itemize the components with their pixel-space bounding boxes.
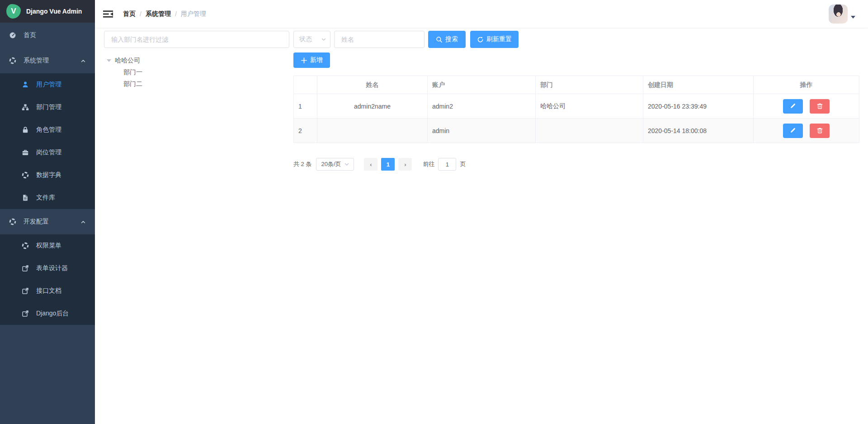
sidebar-item-api-docs[interactable]: 接口文档: [0, 280, 95, 302]
top-navbar: 首页 / 系统管理 / 用户管理: [95, 0, 868, 28]
delete-button[interactable]: [810, 99, 830, 114]
sidebar-item-posts[interactable]: 岗位管理: [0, 141, 95, 164]
dept-filter-input[interactable]: [104, 31, 289, 48]
app-root: V Django Vue Admin 首页 系统管理 用户管理 部门: [0, 0, 868, 424]
next-page-button[interactable]: ›: [398, 158, 412, 171]
status-select[interactable]: 状态: [293, 31, 330, 48]
sidebar-item-dictionary[interactable]: 数据字典: [0, 164, 95, 186]
pagination: 共 2 条 20条/页 ‹ 1 › 前往 页: [293, 158, 859, 171]
users-table: 姓名 账户 部门 创建日期 操作 1 admin2name admin2 哈哈公: [293, 76, 859, 143]
sidebar-item-label: 用户管理: [36, 81, 61, 89]
sidebar-item-label: 接口文档: [36, 287, 61, 295]
sidebar-item-label: 表单设计器: [36, 264, 68, 272]
caret-down-icon[interactable]: [851, 16, 855, 19]
edit-button[interactable]: [783, 124, 803, 138]
sidebar: V Django Vue Admin 首页 系统管理 用户管理 部门: [0, 0, 95, 424]
edit-pencil-icon: [789, 103, 796, 110]
tree-node-child[interactable]: 部门一: [104, 67, 289, 78]
user-panel: 状态 搜索 刷新重置 新增: [293, 31, 859, 171]
tree-node-label: 哈哈公司: [115, 57, 140, 65]
app-title: Django Vue Admin: [26, 8, 82, 15]
col-header-department: 部门: [536, 76, 643, 94]
cell-department: 哈哈公司: [536, 94, 643, 119]
tree-node-root[interactable]: 哈哈公司: [104, 55, 289, 67]
navbar-right: [829, 5, 855, 24]
component-icon: [22, 242, 29, 249]
pagination-total: 共 2 条: [293, 160, 311, 168]
sidebar-menu: 首页 系统管理 用户管理 部门管理 角色管理: [0, 23, 95, 424]
cell-index: 2: [294, 119, 317, 143]
sidebar-item-django-admin[interactable]: Django后台: [0, 302, 95, 325]
add-button[interactable]: 新增: [293, 52, 330, 68]
cell-account: admin2: [428, 94, 536, 119]
plus-icon: [301, 57, 307, 64]
user-icon: [22, 81, 29, 88]
cell-index: 1: [294, 94, 317, 119]
delete-button[interactable]: [810, 124, 830, 138]
filter-row: 状态 搜索 刷新重置: [293, 31, 859, 48]
search-button[interactable]: 搜索: [428, 31, 466, 48]
tree-node-label: 部门一: [123, 68, 142, 76]
tree-node-child[interactable]: 部门二: [104, 78, 289, 90]
submenu-devconfig: 权限菜单 表单设计器 接口文档 Django后台: [0, 234, 95, 325]
col-header-name: 姓名: [317, 76, 428, 94]
component-icon: [9, 57, 16, 64]
goto-label: 前往: [423, 160, 434, 168]
col-header-created: 创建日期: [643, 76, 754, 94]
tree-node-label: 部门二: [123, 80, 142, 88]
breadcrumb-item-home[interactable]: 首页: [123, 10, 136, 18]
goto-page-input[interactable]: [438, 158, 456, 171]
breadcrumb-separator: /: [175, 10, 177, 18]
trash-icon: [816, 103, 823, 110]
avatar[interactable]: [829, 5, 848, 24]
sidebar-item-label: 首页: [24, 31, 36, 39]
component-icon: [9, 218, 16, 225]
breadcrumb-item-current: 用户管理: [181, 10, 206, 18]
sidebar-item-home[interactable]: 首页: [0, 23, 95, 48]
page-size-select[interactable]: 20条/页: [316, 158, 354, 171]
lock-icon: [22, 126, 29, 133]
cell-actions: [754, 94, 859, 119]
tree-expand-caret-icon[interactable]: [107, 59, 111, 62]
col-header-actions: 操作: [754, 76, 859, 94]
external-link-icon: [22, 287, 29, 295]
component-icon: [22, 172, 29, 179]
edit-pencil-icon: [789, 127, 796, 134]
sidebar-item-departments[interactable]: 部门管理: [0, 96, 95, 119]
logo-link[interactable]: V Django Vue Admin: [0, 0, 95, 23]
refresh-reset-button[interactable]: 刷新重置: [470, 31, 519, 48]
page-number-button[interactable]: 1: [381, 158, 395, 171]
page-content: 哈哈公司 部门一 部门二 状态: [95, 28, 868, 424]
page-unit-label: 页: [460, 160, 466, 168]
sidebar-item-label: Django后台: [36, 310, 69, 318]
breadcrumb-item-system[interactable]: 系统管理: [146, 10, 171, 18]
sidebar-item-devconfig[interactable]: 开发配置: [0, 209, 95, 234]
file-icon: [22, 194, 29, 201]
sidebar-item-files[interactable]: 文件库: [0, 186, 95, 209]
sidebar-item-label: 权限菜单: [36, 242, 61, 250]
col-header-account: 账户: [428, 76, 536, 94]
breadcrumb-separator: /: [140, 10, 142, 18]
edit-button[interactable]: [783, 99, 803, 114]
chevron-down-icon: [321, 37, 326, 42]
name-filter-input[interactable]: [334, 31, 425, 48]
sidebar-item-form-designer[interactable]: 表单设计器: [0, 257, 95, 280]
sitemap-icon: [22, 104, 29, 111]
sidebar-item-roles[interactable]: 角色管理: [0, 119, 95, 141]
col-header-index: [294, 76, 317, 94]
refresh-icon: [477, 36, 484, 43]
hamburger-icon[interactable]: [103, 9, 113, 19]
table-row: 2 admin 2020-05-14 18:00:08: [294, 119, 859, 143]
prev-page-button[interactable]: ‹: [364, 158, 377, 171]
breadcrumb: 首页 / 系统管理 / 用户管理: [123, 10, 206, 18]
app-logo-icon: V: [6, 4, 21, 19]
cell-name: [317, 119, 428, 143]
department-tree: 哈哈公司 部门一 部门二: [104, 55, 289, 90]
cell-name: admin2name: [317, 94, 428, 119]
trash-icon: [816, 127, 823, 134]
chevron-up-icon: [80, 219, 86, 224]
add-button-label: 新增: [310, 56, 323, 64]
sidebar-item-system[interactable]: 系统管理: [0, 48, 95, 73]
sidebar-item-permission-menu[interactable]: 权限菜单: [0, 234, 95, 257]
sidebar-item-users[interactable]: 用户管理: [0, 73, 95, 96]
